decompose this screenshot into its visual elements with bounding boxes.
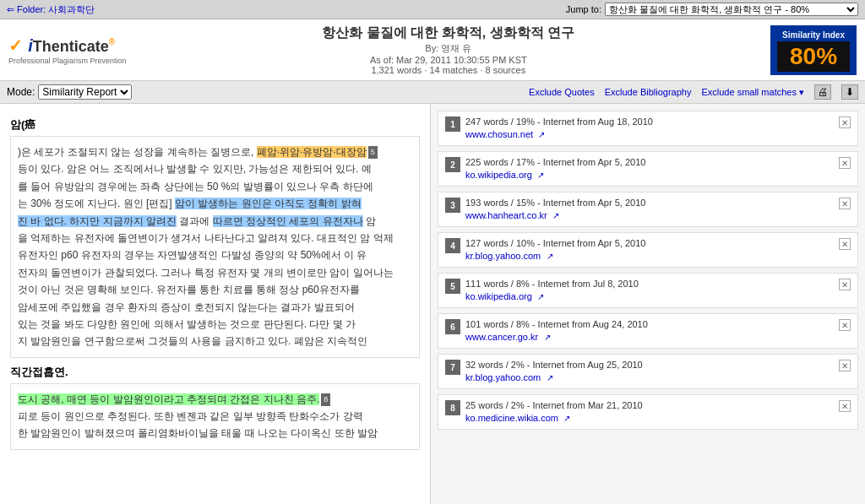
source-meta: 127 words / 10% - Internet from Apr 5, 2… xyxy=(465,238,834,248)
source-number: 7 xyxy=(445,360,460,375)
source-details: 193 words / 15% - Internet from Apr 5, 2… xyxy=(465,198,834,221)
source-meta: 247 words / 19% - Internet from Aug 18, … xyxy=(465,117,834,127)
source-link[interactable]: ko.wikipedia.org xyxy=(465,170,532,180)
highlight-3: 진 바 없다. 하지만 지금까지 알려진 xyxy=(18,215,177,227)
source-link[interactable]: kr.blog.yahoo.com xyxy=(465,251,541,261)
source-details: 101 words / 8% - Internet from Aug 24, 2… xyxy=(465,319,834,343)
mode-bar: Mode: Similarity Report Exclude Quotes E… xyxy=(0,81,865,104)
source-close-button[interactable]: ✕ xyxy=(839,238,851,250)
source-details: 225 words / 17% - Internet from Apr 5, 2… xyxy=(465,157,834,181)
logo-check: ✓ xyxy=(8,36,23,55)
logo-subtitle: Professional Plagiarism Prevention xyxy=(8,57,127,65)
folder-link[interactable]: ⇐ Folder: 사회과학단 xyxy=(7,3,95,16)
source-number: 8 xyxy=(445,400,460,415)
source-details: 25 words / 2% - Internet from Mar 21, 20… xyxy=(465,400,834,424)
source-meta: 32 words / 2% - Internet from Aug 25, 20… xyxy=(465,360,834,370)
source-number: 3 xyxy=(445,198,460,213)
source-close-button[interactable]: ✕ xyxy=(839,400,851,412)
document-title: 항산화 물질에 대한 화학적, 생화학적 연구 xyxy=(127,24,771,42)
source-item: 3 193 words / 15% - Internet from Apr 5,… xyxy=(438,192,858,227)
folder-label: Folder: 사회과학단 xyxy=(17,4,95,14)
mode-select[interactable]: Similarity Report xyxy=(38,84,132,100)
source-close-button[interactable]: ✕ xyxy=(839,360,851,371)
doc-content-2: 도시 공해, 매연 등이 발암원인이라고 추정되며 간접은 지나친 음주.8 피… xyxy=(10,383,420,450)
source-link[interactable]: www.cancer.go.kr xyxy=(465,332,538,342)
source-meta: 101 words / 8% - Internet from Aug 24, 2… xyxy=(465,319,834,329)
external-link-icon: ↗ xyxy=(537,171,544,180)
source-item: 6 101 words / 8% - Internet from Aug 24,… xyxy=(438,313,858,349)
document-panel: 암(癌 )은 세포가 조절되지 않는 성장을 계속하는 질병으로, 폐암·위암·… xyxy=(0,104,431,504)
highlight-4: 따르면 정상적인 세포의 유전자나 xyxy=(213,215,363,227)
source-close-button[interactable]: ✕ xyxy=(839,157,851,169)
source-item: 1 247 words / 19% - Internet from Aug 18… xyxy=(438,111,858,146)
source-meta: 193 words / 15% - Internet from Apr 5, 2… xyxy=(465,198,834,208)
jump-to-container: Jump to: 항산화 물질에 대한 화학적, 생화학적 연구 - 80% xyxy=(566,3,858,16)
sources-panel: 1 247 words / 19% - Internet from Aug 18… xyxy=(431,104,865,504)
source-close-button[interactable]: ✕ xyxy=(839,198,851,209)
external-link-icon: ↗ xyxy=(537,292,544,301)
source-details: 127 words / 10% - Internet from Apr 5, 2… xyxy=(465,238,834,262)
external-link-icon: ↗ xyxy=(563,414,570,423)
source-meta: 25 words / 2% - Internet from Mar 21, 20… xyxy=(465,400,834,410)
highlight-2: 암이 발생하는 원인은 아직도 정확히 밝혀 xyxy=(175,198,362,209)
source-link[interactable]: www.hanheart.co.kr xyxy=(465,210,547,220)
print-button[interactable]: 🖨 xyxy=(814,84,831,100)
logo-area: ✓ iThenticate® Professional Plagiarism P… xyxy=(8,35,127,65)
exclude-quotes-link[interactable]: Exclude Quotes xyxy=(529,87,595,97)
source-details: 247 words / 19% - Internet from Aug 18, … xyxy=(465,117,834,140)
logo-name2: Thenticate xyxy=(33,38,109,55)
source-link[interactable]: ko.medicine.wikia.com xyxy=(465,413,558,423)
source-item: 4 127 words / 10% - Internet from Apr 5,… xyxy=(438,232,858,268)
source-details: 32 words / 2% - Internet from Aug 25, 20… xyxy=(465,360,834,383)
source-close-button[interactable]: ✕ xyxy=(839,279,851,290)
mode-right: Exclude Quotes Exclude Bibliography Excl… xyxy=(529,84,858,100)
source-close-button[interactable]: ✕ xyxy=(839,117,851,128)
source-number: 6 xyxy=(445,319,460,334)
source-link[interactable]: ko.wikipedia.org xyxy=(465,291,532,301)
jump-to-label: Jump to: xyxy=(566,4,601,14)
highlight-5: 도시 공해, 매연 등이 발암원인이라고 추정되며 간접은 지나친 음주. xyxy=(18,393,319,405)
similarity-label: Similarity Index xyxy=(777,29,850,41)
external-link-icon: ↗ xyxy=(547,252,553,261)
document-meta2: 1,321 words · 14 matches · 8 sources xyxy=(127,65,771,75)
source-number: 4 xyxy=(445,238,460,253)
source-link[interactable]: www.chosun.net xyxy=(465,129,533,139)
source-item: 8 25 words / 2% - Internet from Mar 21, … xyxy=(438,394,858,430)
source-item: 2 225 words / 17% - Internet from Apr 5,… xyxy=(438,151,858,187)
source-meta: 111 words / 8% - Internet from Jul 8, 20… xyxy=(465,279,834,289)
similarity-value: 80% xyxy=(777,41,850,72)
download-button[interactable]: ⬇ xyxy=(841,84,858,100)
source-item: 7 32 words / 2% - Internet from Aug 25, … xyxy=(438,354,858,389)
source-close-button[interactable]: ✕ xyxy=(839,319,851,331)
external-link-icon: ↗ xyxy=(544,333,551,342)
jump-to-select[interactable]: 항산화 물질에 대한 화학적, 생화학적 연구 - 80% xyxy=(605,3,858,16)
main-content: 암(癌 )은 세포가 조절되지 않는 성장을 계속하는 질병으로, 폐암·위암·… xyxy=(0,104,865,504)
mode-left: Mode: Similarity Report xyxy=(7,84,132,100)
source-number: 1 xyxy=(445,117,460,132)
similarity-box: Similarity Index 80% xyxy=(770,25,857,75)
external-link-icon: ↗ xyxy=(547,373,553,382)
section-title-1: 암(癌 xyxy=(10,117,420,133)
source-number: 2 xyxy=(445,157,460,172)
external-link-icon: ↗ xyxy=(552,211,559,220)
document-info: 항산화 물질에 대한 화학적, 생화학적 연구 By: 영재 유 As of: … xyxy=(127,24,771,75)
source-number: 5 xyxy=(445,279,460,294)
document-meta1: As of: Mar 29, 2011 10:30:55 PM KST xyxy=(127,55,771,65)
header: ✓ iThenticate® Professional Plagiarism P… xyxy=(0,19,865,81)
doc-content-1: )은 세포가 조절되지 않는 성장을 계속하는 질병으로, 폐암·위암·유방암·… xyxy=(10,136,420,358)
exclude-bibliography-link[interactable]: Exclude Bibliography xyxy=(605,87,692,97)
source-details: 111 words / 8% - Internet from Jul 8, 20… xyxy=(465,279,834,302)
source-link[interactable]: kr.blog.yahoo.com xyxy=(465,372,541,382)
mode-label: Mode: xyxy=(7,86,35,98)
source-meta: 225 words / 17% - Internet from Apr 5, 2… xyxy=(465,157,834,167)
source-item: 5 111 words / 8% - Internet from Jul 8, … xyxy=(438,273,858,308)
top-bar: ⇐ Folder: 사회과학단 Jump to: 항산화 물질에 대한 화학적,… xyxy=(0,0,865,19)
external-link-icon: ↗ xyxy=(538,130,545,139)
section-title-2: 직간접흡연. xyxy=(10,365,420,380)
logo: ✓ iThenticate® xyxy=(8,35,127,57)
highlight-1: 폐암·위암·유방암·대장암 xyxy=(257,146,367,158)
exclude-small-link[interactable]: Exclude small matches ▾ xyxy=(701,87,804,98)
document-author: By: 영재 유 xyxy=(127,42,771,55)
